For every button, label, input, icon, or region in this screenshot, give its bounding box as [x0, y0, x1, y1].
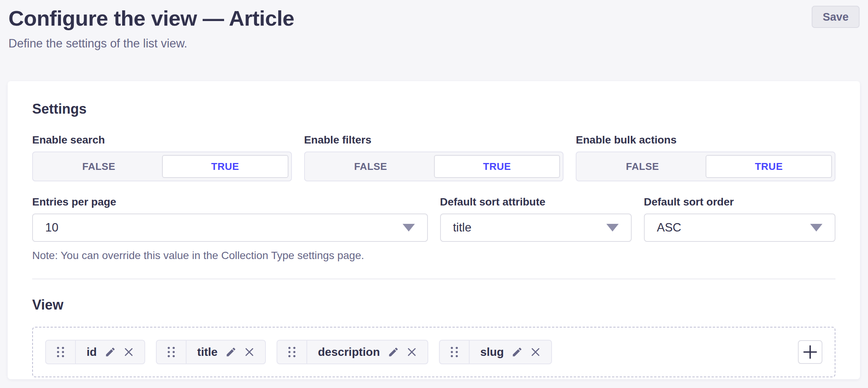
chip-body: slug [470, 341, 552, 364]
close-icon[interactable] [244, 347, 254, 357]
drag-dots-icon [450, 346, 459, 358]
field-chip-slug[interactable]: slug [439, 340, 552, 364]
drag-handle-icon[interactable] [157, 341, 187, 364]
selects-row: Entries per page 10 Note: You can overri… [32, 196, 835, 262]
view-section-heading: View [32, 297, 835, 313]
toggle-option-true[interactable]: TRUE [162, 155, 288, 178]
chip-body: title [187, 341, 265, 364]
field-entries-per-page: Entries per page 10 Note: You can overri… [32, 196, 428, 262]
field-label: Enable filters [304, 134, 564, 146]
page-subtitle: Define the settings of the list view. [8, 37, 859, 51]
chip-body: description [307, 341, 427, 364]
page-header: Configure the view — Article Define the … [0, 0, 868, 51]
field-enable-filters: Enable filters FALSE TRUE [304, 134, 564, 181]
chevron-down-icon [606, 224, 619, 231]
field-enable-bulk-actions: Enable bulk actions FALSE TRUE [576, 134, 835, 181]
drag-handle-icon[interactable] [46, 341, 76, 364]
select-value: title [453, 221, 472, 235]
chip-label: slug [480, 346, 504, 359]
section-divider [32, 279, 835, 279]
chevron-down-icon [403, 224, 415, 231]
edit-pencil-icon[interactable] [105, 346, 116, 358]
drag-handle-icon[interactable] [440, 341, 470, 364]
close-icon[interactable] [407, 347, 417, 357]
select-value: ASC [657, 221, 681, 235]
edit-pencil-icon[interactable] [388, 346, 399, 358]
toggle-option-false[interactable]: FALSE [36, 155, 162, 178]
chevron-down-icon [810, 224, 822, 231]
field-label: Default sort attribute [440, 196, 632, 208]
field-chip-id[interactable]: id [45, 340, 145, 364]
field-chip-title[interactable]: title [156, 340, 266, 364]
entries-per-page-note: Note: You can override this value in the… [32, 249, 428, 262]
add-field-button[interactable] [798, 340, 822, 364]
chip-label: description [318, 346, 380, 359]
plus-icon [802, 344, 818, 360]
toggle-option-false[interactable]: FALSE [308, 155, 434, 178]
field-default-sort-order: Default sort order ASC [644, 196, 835, 262]
settings-section-heading: Settings [32, 101, 835, 117]
save-button[interactable]: Save [812, 6, 860, 28]
entries-per-page-select[interactable]: 10 [32, 214, 428, 242]
field-label: Enable search [32, 134, 292, 146]
chip-label: title [197, 346, 218, 359]
close-icon[interactable] [124, 347, 134, 357]
field-chip-description[interactable]: description [277, 340, 428, 364]
toggle-option-true[interactable]: TRUE [434, 155, 560, 178]
edit-pencil-icon[interactable] [225, 346, 237, 358]
drag-dots-icon [56, 346, 65, 358]
chip-label: id [87, 346, 97, 359]
page-title: Configure the view — Article [8, 6, 859, 31]
field-label: Entries per page [32, 196, 428, 208]
settings-panel: Settings Enable search FALSE TRUE Enable… [8, 81, 860, 379]
enable-filters-toggle[interactable]: FALSE TRUE [304, 152, 564, 181]
select-value: 10 [45, 221, 58, 235]
chip-body: id [76, 341, 144, 364]
drag-dots-icon [167, 346, 175, 358]
field-default-sort-attribute: Default sort attribute title [440, 196, 632, 262]
toggles-row: Enable search FALSE TRUE Enable filters … [32, 134, 835, 181]
default-sort-attribute-select[interactable]: title [440, 214, 632, 242]
drag-dots-icon [288, 346, 296, 358]
view-fields-dropzone: id title [32, 327, 835, 377]
drag-handle-icon[interactable] [277, 341, 307, 364]
enable-search-toggle[interactable]: FALSE TRUE [32, 152, 292, 181]
enable-bulk-actions-toggle[interactable]: FALSE TRUE [576, 152, 835, 181]
edit-pencil-icon[interactable] [511, 346, 523, 358]
field-label: Default sort order [644, 196, 835, 208]
default-sort-order-select[interactable]: ASC [644, 214, 835, 242]
field-enable-search: Enable search FALSE TRUE [32, 134, 292, 181]
close-icon[interactable] [531, 347, 540, 357]
toggle-option-false[interactable]: FALSE [579, 155, 706, 178]
toggle-option-true[interactable]: TRUE [706, 155, 832, 178]
field-label: Enable bulk actions [576, 134, 835, 146]
